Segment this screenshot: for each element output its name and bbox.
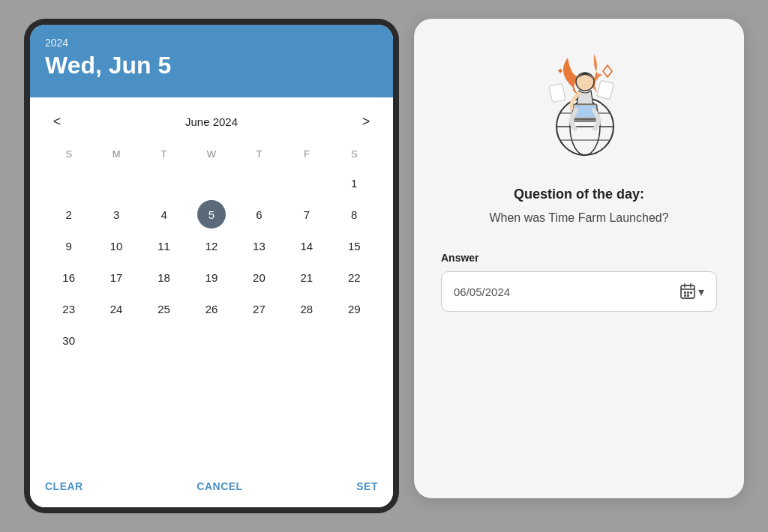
svg-rect-10 (596, 80, 614, 100)
day-20[interactable]: 20 (236, 263, 283, 291)
day-6[interactable]: 6 (236, 200, 283, 229)
svg-rect-9 (570, 119, 600, 121)
illustration: ✦ (519, 43, 639, 163)
day-12[interactable]: 12 (188, 232, 235, 260)
day-empty (92, 169, 140, 197)
day-23[interactable]: 23 (45, 294, 92, 323)
day-18[interactable]: 18 (140, 263, 188, 291)
answer-input-wrap[interactable]: 06/05/2024 ▾ (441, 271, 717, 312)
calendar-picker-icon[interactable]: ▾ (679, 282, 704, 300)
day-3[interactable]: 3 (92, 200, 140, 229)
day-29[interactable]: 29 (331, 294, 378, 323)
calendar-footer: CLEAR CANCEL SET (30, 468, 393, 507)
question-text: When was Time Farm Launched? (489, 211, 668, 225)
svg-marker-12 (603, 65, 612, 77)
day-21[interactable]: 21 (283, 263, 330, 291)
day-16[interactable]: 16 (45, 263, 92, 291)
day-13[interactable]: 13 (236, 232, 283, 260)
prev-month-button[interactable]: < (45, 109, 69, 133)
weekday-wed: W (188, 145, 235, 163)
day-15[interactable]: 15 (331, 232, 378, 260)
weekday-sun: S (45, 145, 92, 163)
weekday-tue: T (140, 145, 188, 163)
weekday-mon: M (92, 145, 140, 163)
day-26[interactable]: 26 (188, 294, 235, 323)
calendar-header: 2024 Wed, Jun 5 (30, 25, 393, 97)
month-year-label: June 2024 (185, 115, 238, 128)
day-17[interactable]: 17 (92, 263, 140, 291)
day-24[interactable]: 24 (92, 294, 140, 323)
weekday-thu: T (236, 145, 283, 163)
day-1[interactable]: 1 (331, 169, 378, 197)
svg-rect-18 (684, 291, 686, 294)
day-empty (236, 169, 283, 197)
set-button[interactable]: SET (356, 480, 378, 492)
right-panel: ✦ Question of the day: When was Time Far… (414, 19, 744, 498)
weekday-fri: F (283, 145, 330, 163)
day-4[interactable]: 4 (140, 200, 188, 229)
left-panel: 2024 Wed, Jun 5 < June 2024 > S M T W T (24, 19, 399, 513)
day-empty (188, 169, 235, 197)
day-30[interactable]: 30 (45, 326, 92, 354)
day-9[interactable]: 9 (45, 232, 92, 260)
svg-rect-20 (690, 291, 692, 294)
day-28[interactable]: 28 (283, 294, 330, 323)
day-10[interactable]: 10 (92, 232, 140, 260)
answer-input-value: 06/05/2024 (454, 285, 679, 298)
calendar-date-big: Wed, Jun 5 (45, 52, 378, 79)
day-7[interactable]: 7 (283, 200, 330, 229)
main-container: 2024 Wed, Jun 5 < June 2024 > S M T W T (16, 19, 752, 513)
clear-button[interactable]: CLEAR (45, 480, 83, 492)
calendar-days: 1 2 3 4 5 6 7 8 9 10 11 12 13 (45, 169, 378, 354)
day-22[interactable]: 22 (331, 263, 378, 291)
day-25[interactable]: 25 (140, 294, 188, 323)
question-title: Question of the day: (514, 187, 644, 202)
day-19[interactable]: 19 (188, 263, 235, 291)
svg-point-6 (576, 73, 594, 91)
svg-rect-22 (687, 294, 689, 297)
day-14[interactable]: 14 (283, 232, 330, 260)
day-empty (283, 169, 330, 197)
cancel-button[interactable]: CANCEL (196, 480, 242, 492)
next-month-button[interactable]: > (354, 109, 378, 133)
phone-screen: 2024 Wed, Jun 5 < June 2024 > S M T W T (30, 25, 393, 507)
calendar-body: < June 2024 > S M T W T F S (30, 97, 393, 468)
calendar-grid: S M T W T F S (45, 145, 378, 354)
day-27[interactable]: 27 (236, 294, 283, 323)
answer-label: Answer (441, 252, 479, 264)
day-2[interactable]: 2 (45, 200, 92, 229)
calendar-year: 2024 (45, 37, 378, 49)
svg-rect-21 (684, 294, 686, 297)
svg-rect-11 (549, 83, 566, 102)
weekday-sat: S (331, 145, 378, 163)
svg-text:✦: ✦ (556, 66, 564, 76)
day-8[interactable]: 8 (331, 200, 378, 229)
weekday-headers: S M T W T F S (45, 145, 378, 163)
day-11[interactable]: 11 (140, 232, 188, 260)
svg-rect-19 (687, 291, 689, 294)
calendar-nav: < June 2024 > (45, 109, 378, 133)
day-empty (140, 169, 188, 197)
day-5-selected[interactable]: 5 (197, 200, 226, 229)
day-empty (45, 169, 92, 197)
